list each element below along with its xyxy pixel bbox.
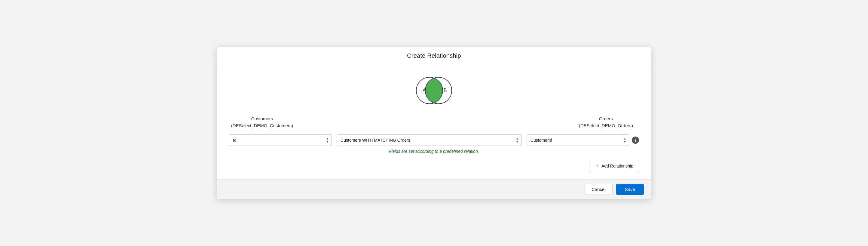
modal-title: Create Relationship: [407, 52, 461, 59]
entity-right-de-name: (DESelect_DEMO_Orders): [573, 122, 639, 129]
entity-label-left: Customers (DESelect_DEMO_Customers): [229, 116, 295, 129]
entity-labels-row: Customers (DESelect_DEMO_Customers) Orde…: [229, 116, 639, 129]
add-icon: ＋: [595, 163, 599, 169]
fields-row: Id Name Email Phone ▲ ▼ Customers WITH M…: [229, 134, 639, 146]
add-relationship-row: ＋ Add Relationship: [229, 160, 639, 172]
left-field-wrapper: Id Name Email Phone ▲ ▼: [229, 134, 332, 146]
modal-body: A B Customers (DESelect_DEMO_Customers) …: [217, 64, 651, 179]
info-icon[interactable]: i: [632, 136, 639, 144]
modal-footer: Cancel Save: [217, 179, 651, 199]
right-field-select[interactable]: CustomerId OrderId OrderDate Amount: [527, 134, 629, 146]
right-field-wrapper: CustomerId OrderId OrderDate Amount ▲ ▼: [527, 134, 629, 146]
add-relationship-label: Add Relationship: [601, 163, 633, 168]
venn-label-a: A: [423, 88, 426, 93]
create-relationship-modal: Create Relationship: [217, 47, 651, 199]
entity-label-right: Orders (DESelect_DEMO_Orders): [573, 116, 639, 129]
middle-field-select[interactable]: Customers WITH MATCHING Orders Customers…: [337, 134, 522, 146]
cancel-button[interactable]: Cancel: [585, 184, 613, 195]
modal-header: Create Relationship: [217, 47, 651, 64]
add-relationship-button[interactable]: ＋ Add Relationship: [589, 160, 639, 172]
save-button[interactable]: Save: [616, 184, 644, 195]
predefined-relation-text: Fields are set according to a predefined…: [229, 149, 639, 154]
venn-label-b: B: [444, 88, 447, 93]
entity-left-name: Customers: [229, 116, 295, 122]
middle-field-wrapper: Customers WITH MATCHING Orders Customers…: [337, 134, 522, 146]
entity-right-name: Orders: [573, 116, 639, 122]
left-field-select[interactable]: Id Name Email Phone: [229, 134, 332, 146]
venn-diagram-container: A B: [229, 74, 639, 107]
entity-left-de-name: (DESelect_DEMO_Customers): [229, 122, 295, 129]
venn-diagram: A B: [410, 74, 458, 107]
